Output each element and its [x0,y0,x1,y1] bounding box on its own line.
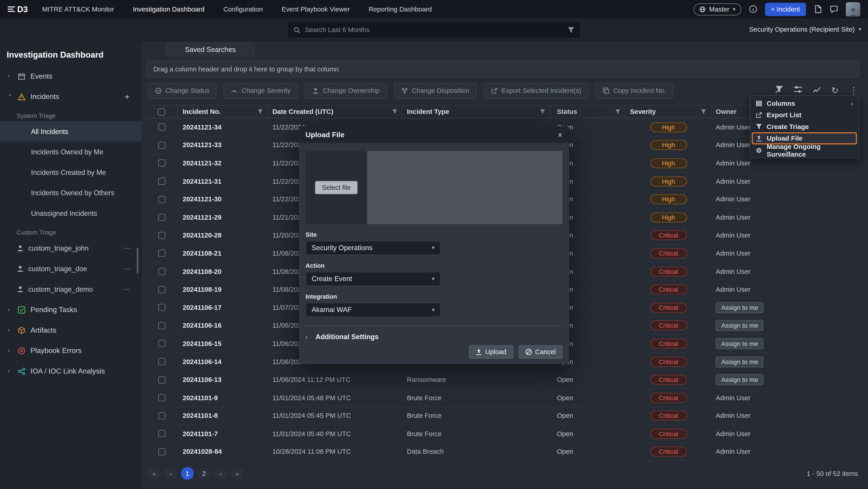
incident-no-cell[interactable]: 20241108-21 [177,250,268,257]
incident-no-cell[interactable]: 20241121-30 [177,195,268,203]
sidebar-item-playbook-errors[interactable]: › Playbook Errors [0,340,142,361]
incident-no-cell[interactable]: 20241121-29 [177,214,268,221]
row-checkbox[interactable] [158,376,165,383]
incident-no-cell[interactable]: 20241121-33 [177,141,268,149]
row-checkbox[interactable] [158,286,165,293]
row-checkbox[interactable] [158,448,165,456]
sidebar-item-custom-triage-demo[interactable]: custom_triage_demo ⋯ [0,279,142,299]
more-options-icon[interactable]: ⋯ [123,265,131,273]
sidebar-item-all-incidents[interactable]: All Incidents [0,121,142,142]
sidebar-scrollbar[interactable] [137,248,138,273]
user-avatar[interactable] [846,2,860,17]
row-checkbox[interactable] [158,394,165,401]
row-checkbox[interactable] [158,177,165,185]
sidebar-item-pending-tasks[interactable]: › Pending Tasks [0,299,142,320]
first-page-button[interactable]: « [148,467,160,480]
change-severity-button[interactable]: Change Severity [224,83,298,99]
row-checkbox[interactable] [158,232,165,239]
row-checkbox[interactable] [158,268,165,275]
info-icon[interactable] [749,5,757,13]
sidebar-item-incidents-owned-by-me[interactable]: Incidents Owned by Me [0,142,142,162]
incident-no-cell[interactable]: 20241121-31 [177,177,268,185]
integration-select[interactable]: Akamai WAF ▾ [306,303,441,317]
incident-no-cell[interactable]: 20241028-84 [177,448,268,456]
table-row[interactable]: 20241028-84 10/28/2024 11:06 PM UTC Data… [146,443,859,461]
incident-no-cell[interactable]: 20241101-7 [177,430,268,438]
incident-no-cell[interactable]: 20241106-13 [177,376,268,384]
additional-settings-toggle[interactable]: › Additional Settings [306,333,562,341]
nav-reporting-dashboard[interactable]: Reporting Dashboard [369,5,432,13]
table-row[interactable]: 20241106-13 11/06/2024 11:12 PM UTC Rans… [146,371,859,389]
export-selected-button[interactable]: Export Selected Incident(s) [484,83,588,99]
incident-no-cell[interactable]: 20241121-34 [177,123,268,131]
refresh-icon[interactable]: ↻ [831,86,839,95]
table-row[interactable]: 20241101-7 11/01/2024 05:40 PM UTC Brute… [146,425,859,443]
d3-logo[interactable]: D3 [8,4,28,14]
new-incident-button[interactable]: + Incident [765,2,806,16]
row-checkbox[interactable] [158,412,165,419]
col-date-created[interactable]: Date Created (UTC) [268,106,402,118]
assign-to-me-button[interactable]: Assign to me [716,320,764,331]
sidebar-item-unassigned-incidents[interactable]: Unassigned Incidents [0,203,142,224]
row-checkbox[interactable] [158,322,165,329]
change-status-button[interactable]: Change Status [148,83,217,99]
row-checkbox[interactable] [158,430,165,437]
row-checkbox[interactable] [158,124,165,131]
assign-to-me-button[interactable]: Assign to me [716,356,764,367]
row-checkbox[interactable] [158,358,165,365]
row-checkbox[interactable] [158,340,165,347]
more-vertical-icon[interactable]: ⋮ [849,86,858,95]
incident-no-cell[interactable]: 20241106-17 [177,304,268,312]
filter-icon[interactable] [567,26,575,33]
incident-no-cell[interactable]: 20241108-20 [177,267,268,275]
add-triage-button[interactable]: + [125,92,129,101]
incident-no-cell[interactable]: 20241121-32 [177,159,268,167]
file-dropzone[interactable]: Select file [306,151,562,224]
sidebar-item-custom-triage-john[interactable]: custom_triage_john ⋯ [0,238,142,259]
close-icon[interactable]: × [558,130,562,139]
change-disposition-button[interactable]: Change Disposition [394,83,476,99]
table-row[interactable]: 20241101-8 11/01/2024 05:45 PM UTC Brute… [146,407,859,425]
change-ownership-button[interactable]: Change Ownership [305,83,387,99]
menu-item-manage-ongoing-surveillance[interactable]: ⚙ Manage Ongoing Surveillance [752,144,857,156]
assign-to-me-button[interactable]: Assign to me [716,374,764,385]
column-arrange-icon[interactable] [794,85,802,96]
page-2-button[interactable]: 2 [197,467,210,480]
chat-icon[interactable] [830,5,838,13]
upload-button[interactable]: Upload [469,345,513,359]
assign-to-me-button[interactable]: Assign to me [716,338,764,349]
incident-no-cell[interactable]: 20241120-28 [177,232,268,239]
search-box[interactable] [288,22,580,38]
nav-configuration[interactable]: Configuration [223,5,263,13]
sidebar-item-custom-triage-doe[interactable]: custom_triage_doe ⋯ [0,259,142,279]
row-checkbox[interactable] [158,196,165,203]
last-page-button[interactable]: » [231,467,243,480]
row-checkbox[interactable] [158,250,165,257]
assign-to-me-button[interactable]: Assign to me [716,302,764,313]
prev-page-button[interactable]: ‹ [164,467,177,480]
copy-incident-no-button[interactable]: Copy Incident No. [596,83,673,99]
sidebar-item-events[interactable]: › Events [0,66,142,86]
action-select[interactable]: Create Event ▾ [306,272,441,286]
incident-no-cell[interactable]: 20241106-14 [177,358,268,365]
menu-item-export-list[interactable]: Export List [752,109,857,121]
master-site-dropdown[interactable]: Master ▾ [693,3,741,15]
col-incident-no[interactable]: Incident No. [177,106,268,118]
table-row[interactable]: 20241101-9 11/01/2024 05:48 PM UTC Brute… [146,389,859,407]
filter-icon[interactable] [701,109,706,115]
incident-no-cell[interactable]: 20241106-16 [177,322,268,329]
select-all-checkbox[interactable] [158,108,165,116]
group-by-drop-area[interactable]: Drag a column header and drop it here to… [146,61,859,77]
nav-investigation-dashboard[interactable]: Investigation Dashboard [133,5,205,13]
incident-no-cell[interactable]: 20241101-8 [177,412,268,420]
incident-no-cell[interactable]: 20241108-19 [177,286,268,293]
more-options-icon[interactable]: ⋯ [123,285,131,293]
clear-filter-icon[interactable] [775,85,783,96]
sidebar-item-incidents-created-by-me[interactable]: Incidents Created by Me [0,162,142,183]
col-status[interactable]: Status [550,106,625,118]
row-checkbox[interactable] [158,214,165,221]
site-select[interactable]: Security Operations ▾ [306,241,441,255]
nav-mitre-attack-monitor[interactable]: MITRE ATT&CK Monitor [42,5,114,13]
incident-no-cell[interactable]: 20241101-9 [177,394,268,401]
col-incident-type[interactable]: Incident Type [402,106,550,118]
